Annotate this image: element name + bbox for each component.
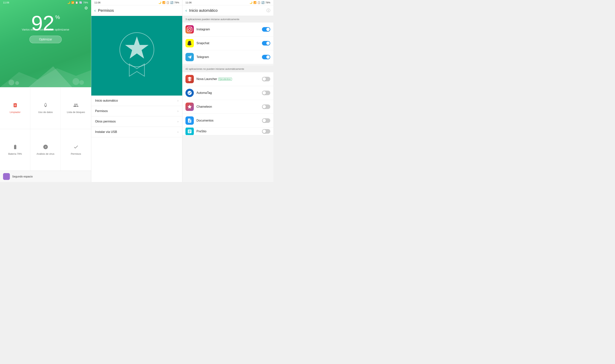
documentos-toggle[interactable]	[262, 118, 270, 123]
panel-cleaner: 11:06 🌙 📶 📋 🔄 79% ⚙ 92 % Varios elemento…	[0, 0, 91, 182]
inicio-automatico-label: Inicio automático	[95, 99, 118, 102]
snapchat-toggle[interactable]	[262, 41, 270, 46]
automatag-name: AutomaTag	[196, 91, 262, 95]
running-badge: Ejecutándose	[218, 78, 232, 80]
nova-launcher-icon	[185, 75, 194, 83]
status-bar-panel1: 11:06 🌙 📶 📋 🔄 79%	[0, 0, 91, 5]
menu-inicio-automatico[interactable]: Inicio automático ›	[91, 96, 182, 106]
menu-otros-permisos[interactable]: Otros permisos ›	[91, 117, 182, 127]
lista-bloqueo-icon	[73, 103, 79, 109]
back-button-p3[interactable]: ‹	[185, 8, 187, 13]
bateria-label: Batería 79%	[8, 152, 22, 155]
chameleon-toggle[interactable]	[262, 104, 270, 109]
app-row-instagram: Instagram	[182, 23, 273, 36]
uso-datos-label: Uso de datos	[38, 111, 53, 114]
wifi-icon-p2: 📶	[162, 1, 165, 4]
cleaner-menu-grid: Limpiador Uso de datos Lista de bloqueo	[0, 87, 91, 171]
menu-lista-bloqueo[interactable]: Lista de bloqueo	[61, 87, 91, 129]
bateria-icon	[13, 144, 18, 151]
permisos-menu-label: Permisos	[71, 152, 81, 155]
analisis-virus-label: Análisis de virus	[37, 152, 55, 155]
app-row-documentos: Documentos	[182, 114, 273, 128]
telegram-toggle[interactable]	[262, 55, 270, 59]
svg-point-2	[9, 80, 14, 85]
app-row-prestio: PreStio	[182, 128, 273, 135]
segundo-espacio-footer[interactable]: Segundo espacio	[0, 171, 91, 182]
nova-launcher-toggle[interactable]	[262, 77, 270, 81]
svg-point-4	[72, 78, 79, 85]
prestio-name: PreStio	[196, 130, 262, 133]
segundo-espacio-label: Segundo espacio	[12, 175, 33, 178]
wifi-icon-p3: 📶	[253, 1, 257, 4]
telegram-toggle-thumb	[266, 55, 270, 59]
menu-analisis-virus[interactable]: Análisis de virus	[30, 129, 61, 171]
moon-icon: 🌙	[67, 1, 70, 4]
snapchat-toggle-thumb	[266, 41, 270, 45]
chevron-inicio-automatico: ›	[178, 99, 178, 102]
documentos-toggle-thumb	[262, 119, 266, 122]
permisos-title: Permisos	[98, 8, 114, 13]
app-row-chameleon: Chameleon	[182, 100, 273, 114]
sim-icon-p2: 📋	[166, 1, 169, 4]
wifi-icon: 📶	[71, 1, 74, 4]
info-icon[interactable]: ⓘ	[267, 8, 270, 13]
sync-icon-p2: 🔄	[170, 1, 173, 4]
prestio-toggle-thumb	[262, 130, 266, 133]
permisos-row-label: Permisos	[95, 109, 108, 113]
battery-panel3: 78%	[265, 1, 270, 4]
permisos-icon	[73, 144, 79, 151]
instagram-toggle-thumb	[266, 28, 270, 31]
moon-icon-p3: 🌙	[249, 1, 252, 4]
header-left: ‹ Inicio automático	[185, 8, 218, 13]
sim-icon: 📋	[75, 1, 78, 4]
status-bar-panel3: 11:06 🌙 📶 📋 🔄 78%	[182, 0, 273, 5]
battery-panel1: 79%	[83, 1, 88, 4]
sim-icon-p3: 📋	[257, 1, 260, 4]
optimize-button[interactable]: Optimizar	[29, 36, 62, 43]
status-bar-panel2: 11:06 🌙 📶 📋 🔄 79%	[91, 0, 182, 5]
inicio-automatico-header: ‹ Inicio automático ⓘ	[182, 5, 273, 16]
documentos-name: Documentos	[196, 119, 262, 122]
snapchat-icon	[185, 39, 194, 47]
moon-icon-p2: 🌙	[158, 1, 161, 4]
badge-award-icon	[116, 31, 158, 81]
menu-uso-datos[interactable]: Uso de datos	[30, 87, 61, 129]
uso-datos-icon	[43, 103, 48, 109]
automatag-toggle[interactable]	[262, 91, 270, 95]
score-number: 92	[31, 11, 54, 35]
prestio-toggle[interactable]	[262, 129, 270, 134]
menu-permisos[interactable]: Permisos	[61, 129, 91, 171]
telegram-icon-wrap	[185, 53, 194, 61]
app-row-nova-launcher: Nova Launcher Ejecutándose	[182, 72, 273, 86]
permisos-hero	[91, 16, 182, 96]
time-panel1: 11:06	[3, 1, 9, 4]
snapchat-name: Snapchat	[196, 41, 262, 45]
time-panel2: 11:06	[94, 1, 101, 4]
lista-bloqueo-label: Lista de bloqueo	[67, 111, 85, 114]
section-enabled-label: 3 aplicaciones pueden iniciarse automáti…	[185, 18, 239, 21]
instagram-name: Instagram	[196, 28, 262, 31]
instagram-icon	[185, 25, 194, 34]
menu-permisos-row[interactable]: Permisos ›	[91, 106, 182, 117]
panel-permisos: 11:06 🌙 📶 📋 🔄 79% ‹ Permisos Inicio au	[91, 0, 182, 182]
limpiador-label: Limpiador	[10, 111, 21, 114]
mountain-scene	[0, 65, 91, 87]
app-row-automatag: AutomaTag	[182, 86, 273, 100]
menu-instalar-usb[interactable]: Instalar vía USB ›	[91, 127, 182, 137]
back-button-p2[interactable]: ‹	[94, 8, 96, 13]
settings-button[interactable]: ⚙	[84, 6, 88, 11]
status-icons-panel1: 🌙 📶 📋 🔄 79%	[67, 1, 88, 4]
chevron-permisos: ›	[178, 109, 178, 113]
limpiador-icon	[13, 103, 18, 109]
analisis-virus-icon	[43, 144, 48, 151]
permisos-header: ‹ Permisos	[91, 5, 182, 16]
sync-icon-p3: 🔄	[261, 1, 264, 4]
automatag-toggle-thumb	[262, 91, 266, 95]
menu-limpiador[interactable]: Limpiador	[0, 87, 30, 129]
menu-bateria[interactable]: Batería 79%	[0, 129, 30, 171]
status-icons-panel3: 🌙 📶 📋 🔄 78%	[249, 1, 270, 4]
chameleon-toggle-thumb	[262, 105, 266, 108]
instagram-toggle[interactable]	[262, 27, 270, 32]
cleaner-top: 11:06 🌙 📶 📋 🔄 79% ⚙ 92 % Varios elemento…	[0, 0, 91, 87]
sync-icon: 🔄	[79, 1, 82, 4]
